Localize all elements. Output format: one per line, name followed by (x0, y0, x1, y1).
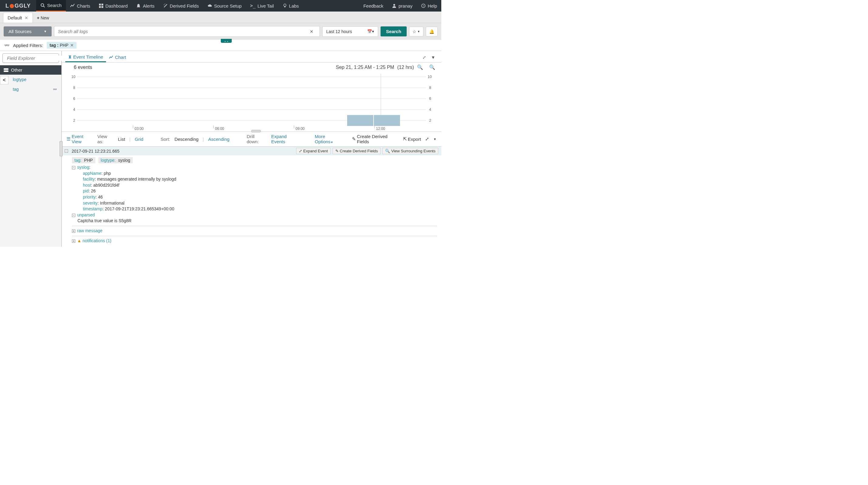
sources-dropdown[interactable]: All Sources ▼ (4, 26, 52, 36)
clear-icon[interactable]: ✕ (307, 29, 316, 34)
view-grid[interactable]: Grid (135, 137, 143, 142)
filters-label: Applied Filters: (13, 43, 43, 48)
chevron-down-icon[interactable]: ▼ (433, 137, 436, 141)
new-tab-button[interactable]: + New (33, 13, 54, 23)
expand-event-button[interactable]: ⤢Expand Event (296, 148, 331, 154)
view-list[interactable]: List (118, 137, 125, 142)
collapse-icon[interactable]: − (72, 166, 75, 169)
json-key[interactable]: appName (83, 171, 101, 176)
sidebar-item-tag[interactable]: tag 👓 (0, 85, 61, 94)
nav-help[interactable]: ? Help (417, 0, 441, 11)
ctab-label: Event Timeline (73, 54, 103, 60)
expand-search-icon[interactable]: ⌄⌄ (221, 39, 232, 43)
top-nav: LGGLY Search Charts Dashboard Alerts Der… (0, 0, 441, 11)
field-explorer-input[interactable] (7, 56, 65, 61)
nav-label: Dashboard (105, 3, 128, 8)
json-key[interactable]: host (83, 183, 91, 188)
close-icon[interactable]: ✕ (25, 15, 28, 20)
close-icon[interactable]: ✕ (70, 43, 74, 47)
calendar-icon: 📅▾ (367, 29, 374, 34)
wand-icon (163, 3, 168, 8)
expand-icon[interactable]: ⤢ (420, 54, 429, 61)
logo[interactable]: LGGLY (0, 0, 36, 11)
nav-livetail[interactable]: >_ Live Tail (246, 0, 278, 11)
sources-label: All Sources (8, 29, 32, 34)
json-key[interactable]: priority (83, 195, 96, 199)
new-tab-label: New (41, 15, 49, 20)
collapse-icon[interactable]: − (65, 149, 68, 153)
collapse-sidebar-button[interactable]: < (0, 76, 8, 85)
search-box: ✕ (54, 26, 320, 37)
chevron-down-icon: ▼ (44, 30, 47, 33)
tabs-row: Default ✕ + New (0, 11, 441, 23)
create-derived-fields[interactable]: ✎Create Derived Fields (352, 134, 399, 144)
view-surrounding-button[interactable]: 🔍View Surrounding Events (382, 148, 438, 154)
nav-feedback[interactable]: Feedback (359, 0, 388, 11)
filter-tag[interactable]: tag : PHP ✕ (47, 42, 76, 48)
sort-asc[interactable]: Ascending (208, 137, 229, 142)
expand-events[interactable]: Expand Events (271, 134, 300, 144)
time-range-dropdown[interactable]: Last 12 hours 📅▾ (322, 26, 378, 37)
svg-text:2: 2 (73, 118, 75, 123)
json-key[interactable]: unparsed (77, 213, 95, 217)
bell-icon: 🔔 (429, 29, 434, 34)
svg-text:09:00: 09:00 (296, 127, 305, 131)
nav-source[interactable]: Source Setup (203, 0, 246, 11)
more-options[interactable]: More Options▼ (315, 134, 343, 144)
json-key[interactable]: facility (83, 176, 95, 182)
svg-point-8 (164, 5, 164, 5)
nav-derived[interactable]: Derived Fields (159, 0, 203, 11)
export-icon: ⇱ (403, 136, 407, 142)
create-derived-button[interactable]: ✎Create Derived Fields (333, 148, 381, 154)
bell-icon (136, 3, 141, 8)
nav-user[interactable]: pranay (388, 0, 417, 11)
json-key[interactable]: pid (83, 189, 89, 193)
nav-alerts[interactable]: Alerts (132, 0, 158, 11)
nav-dashboard[interactable]: Dashboard (94, 0, 132, 11)
export-button[interactable]: ⇱Export (403, 136, 421, 142)
logtype-pill[interactable]: logtype: syslog (98, 157, 133, 163)
sort-desc[interactable]: Descending (174, 137, 198, 142)
event-count: 6 events (74, 65, 92, 70)
binoculars-icon: 🔍 (385, 149, 390, 153)
svg-text:06:00: 06:00 (215, 127, 224, 131)
json-key[interactable]: severity (83, 201, 97, 205)
resize-handle[interactable] (60, 141, 63, 156)
search-input[interactable] (58, 29, 307, 34)
resize-handle[interactable] (251, 130, 260, 132)
other-label: Other (11, 67, 23, 72)
tab-default[interactable]: Default ✕ (3, 12, 33, 23)
list-icon: ☰ (66, 136, 70, 142)
search-button[interactable]: Search (380, 26, 407, 36)
svg-rect-43 (347, 115, 373, 126)
nav-search[interactable]: Search (36, 0, 66, 11)
time-range: Sep 21, 1:25 AM - 1:25 PM (336, 65, 394, 70)
collapse-icon[interactable]: − (72, 214, 75, 217)
notifications-link[interactable]: notifications (1) (83, 238, 112, 243)
expand-icon[interactable]: ⤢ (425, 136, 429, 142)
expand-icon[interactable]: + (72, 229, 75, 233)
favorite-button[interactable]: ☆▼ (409, 27, 423, 36)
zoom-out-icon[interactable]: 🔍 (417, 64, 423, 70)
json-key[interactable]: syslog (77, 165, 89, 170)
nav-labs[interactable]: Labs (278, 0, 303, 11)
zoom-in-icon[interactable]: 🔍 (429, 64, 435, 70)
tab-chart[interactable]: Chart (106, 53, 129, 62)
nav-charts[interactable]: Charts (66, 0, 94, 11)
sidebar-item-logtype[interactable]: logtype (0, 75, 61, 85)
chevron-down-icon[interactable]: ▼ (429, 54, 438, 61)
search-icon (40, 3, 45, 8)
alert-button[interactable]: 🔔 (426, 27, 438, 36)
expand-icon[interactable]: + (72, 239, 75, 243)
raw-message-link[interactable]: raw message (77, 228, 102, 233)
other-header[interactable]: Other (0, 65, 61, 75)
nav-label: Source Setup (214, 3, 242, 8)
svg-rect-18 (4, 70, 8, 72)
json-key[interactable]: timestamp (83, 206, 103, 211)
chevron-down-icon: ▼ (417, 30, 420, 33)
event-view-link[interactable]: ☰Event View (66, 134, 93, 144)
tab-event-timeline[interactable]: ⧗ Event Timeline (65, 52, 106, 62)
timeline-chart[interactable]: 1010 88 66 44 22 03:00 06:00 09:00 12:00 (62, 71, 441, 131)
tag-pill[interactable]: tag: PHP (72, 157, 95, 163)
hourglass-icon: ⧗ (68, 54, 72, 60)
